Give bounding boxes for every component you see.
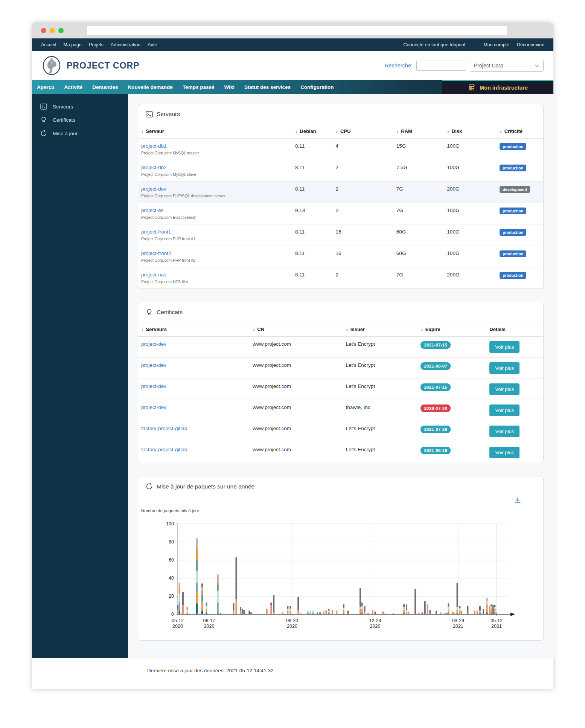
nav-ma-page[interactable]: Ma page [63, 42, 82, 47]
maximize-window-button[interactable] [58, 28, 64, 33]
certificate-server-link[interactable]: factory-project-gitlab [141, 447, 187, 452]
app-header: PROJECT CORP Recherche: Project Corp [32, 51, 553, 80]
sidebar-item-serveurs[interactable]: Serveurs [32, 100, 128, 113]
sort-icon[interactable]: ▲▼ [253, 328, 255, 332]
project-select[interactable]: Project Corp [470, 60, 544, 72]
nav-mon-compte[interactable]: Mon compte [483, 42, 509, 47]
tab-configuration[interactable]: Configuration [296, 80, 338, 94]
column-header[interactable]: ▲▼Debian [292, 124, 333, 139]
criticity-badge: production [500, 272, 526, 279]
tab-nouvelle-demande[interactable]: Nouvelle demande [123, 80, 178, 94]
bar-segment [273, 595, 274, 613]
column-header-label: CPU [340, 128, 350, 134]
tab-activite[interactable]: Activité [59, 80, 88, 94]
column-header-label: Disk [452, 128, 462, 134]
sort-icon[interactable]: ▲▼ [500, 130, 502, 134]
bar-segment [312, 614, 314, 614]
server-link[interactable]: project-front2 [141, 250, 171, 256]
bar-segment [187, 609, 188, 610]
bar-segment [403, 610, 405, 612]
column-header[interactable]: ▲▼CPU [332, 124, 393, 139]
server-link[interactable]: project-db1 [141, 143, 167, 149]
tab-statut-des-services[interactable]: Statut des services [239, 80, 296, 94]
sidebar-item-certificats[interactable]: Certificats [32, 113, 128, 127]
nav-administration[interactable]: Administration [111, 42, 140, 47]
servers-card-title: Serveurs [157, 111, 180, 118]
server-link[interactable]: project-front1 [141, 229, 171, 235]
sort-icon[interactable]: ▲▼ [141, 130, 143, 134]
sort-icon[interactable]: ▲▼ [335, 130, 338, 134]
sort-icon[interactable]: ▲▼ [420, 328, 423, 332]
voir-plus-button[interactable]: Voir plus [489, 383, 519, 395]
server-link[interactable]: project-db2 [141, 165, 167, 170]
column-header[interactable]: ▲▼Disk [444, 124, 497, 139]
bar-segment [494, 607, 495, 609]
voir-plus-button[interactable]: Voir plus [489, 362, 519, 374]
bar-segment [217, 591, 219, 603]
voir-plus-button[interactable]: Voir plus [489, 447, 519, 458]
bar-segment [446, 614, 448, 614]
column-header[interactable]: ▲▼Serveurs [138, 322, 250, 337]
bar-segment [206, 612, 207, 614]
cpu-cell: 2 [332, 182, 393, 203]
nav-aide[interactable]: Aide [148, 42, 157, 47]
criticity-cell: development [497, 182, 543, 203]
nav-accueil[interactable]: Accueil [41, 42, 56, 47]
debian-cell: 8.11 [292, 160, 333, 182]
sidebar-item-mise-a-jour[interactable]: Mise à jour [32, 127, 128, 140]
cn-cell: www.project.com [250, 442, 343, 463]
bar-segment [360, 588, 361, 607]
nav-projets[interactable]: Projets [89, 42, 104, 47]
bar-segment [479, 610, 481, 611]
column-header[interactable]: ▲▼Criticité [497, 124, 543, 139]
sort-icon[interactable]: ▲▼ [295, 130, 297, 134]
certificate-server-link[interactable]: project-dev [141, 404, 166, 410]
bar-segment [287, 606, 288, 608]
sort-icon[interactable]: ▲▼ [396, 130, 399, 134]
bar-segment [310, 614, 311, 614]
table-row: project-devwww.project.comLet's Encrypt2… [138, 379, 543, 400]
server-link[interactable]: project-nas [141, 272, 166, 278]
voir-plus-button[interactable]: Voir plus [489, 426, 519, 437]
bar-segment [461, 610, 462, 614]
certificate-server-link[interactable]: project-dev [141, 341, 166, 347]
tab-apercu[interactable]: Aperçu [32, 80, 59, 94]
voir-plus-button[interactable]: Voir plus [489, 341, 519, 353]
close-window-button[interactable] [41, 28, 46, 33]
bar-segment [448, 603, 449, 606]
column-header[interactable]: ▲▼RAM [393, 124, 444, 139]
brand-title: PROJECT CORP [67, 61, 139, 71]
bar-segment [360, 609, 361, 612]
column-header[interactable]: ▲▼CN [250, 322, 343, 337]
certificate-server-link[interactable]: project-dev [141, 383, 166, 389]
download-icon[interactable] [514, 496, 521, 504]
tab-demandes[interactable]: Demandes [87, 80, 123, 94]
bar-segment [448, 610, 449, 612]
certificate-server-link[interactable]: project-dev [141, 362, 166, 368]
minimize-window-button[interactable] [50, 28, 55, 33]
nav-deconnexion[interactable]: Déconnexion [517, 42, 544, 47]
bar-segment [444, 614, 446, 614]
server-link[interactable]: project-dev [141, 186, 166, 192]
tab-wiki[interactable]: Wiki [219, 80, 239, 94]
sort-icon[interactable]: ▲▼ [447, 130, 449, 134]
criticity-cell: production [497, 203, 543, 224]
bar-segment [361, 606, 363, 609]
bar-segment [248, 610, 250, 614]
search-input[interactable] [416, 61, 466, 71]
server-link[interactable]: project-es [141, 208, 163, 213]
bar-segment [287, 608, 288, 609]
tab-temps-passe[interactable]: Temps passé [178, 80, 219, 94]
column-header[interactable]: ▲▼Serveur [138, 124, 292, 139]
certificate-server-link[interactable]: factory-project-gitlab [141, 426, 187, 431]
voir-plus-button[interactable]: Voir plus [489, 404, 519, 416]
column-header[interactable]: ▲▼Expire [417, 322, 486, 337]
column-header[interactable]: ▲▼Issuer [343, 322, 417, 337]
sort-icon[interactable]: ▲▼ [141, 328, 143, 332]
url-bar[interactable] [86, 26, 508, 36]
bar-segment [408, 612, 409, 614]
last-update-text: Dernière mise à jour des données: 2021-0… [147, 668, 273, 673]
sort-icon[interactable]: ▲▼ [346, 328, 348, 332]
bar-segment [367, 614, 369, 614]
bar-segment [266, 609, 268, 614]
